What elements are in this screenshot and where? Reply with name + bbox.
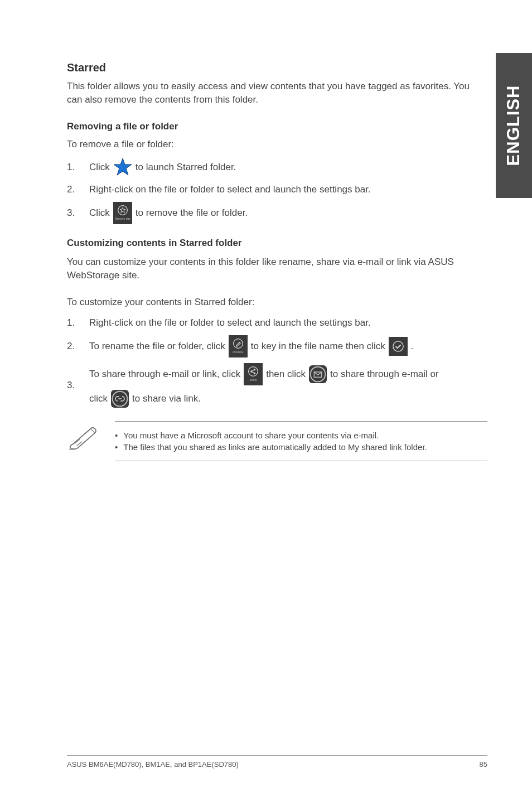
step-text: to remove the file or folder. xyxy=(136,206,248,220)
page-footer: ASUS BM6AE(MD780), BM1AE, and BP1AE(SD78… xyxy=(67,755,487,769)
list-item: 1. Click to launch Starred folder. xyxy=(67,158,487,177)
customize-heading: Customizing contents in Starred folder xyxy=(67,238,487,249)
footer-model: ASUS BM6AE(MD780), BM1AE, and BP1AE(SD78… xyxy=(67,760,239,769)
step-text: Right-click on the file or folder to sel… xyxy=(89,316,371,330)
step-number: 1. xyxy=(67,160,89,175)
list-item: 3. Click Remove star to remove the file … xyxy=(67,202,487,224)
note-item: The files that you shared as links are a… xyxy=(115,442,487,452)
rename-icon: Rename xyxy=(229,335,248,357)
language-tab: ENGLISH xyxy=(496,53,532,198)
step-text: Click xyxy=(89,206,110,220)
email-icon xyxy=(309,365,327,383)
svg-point-9 xyxy=(311,367,326,382)
removing-steps: 1. Click to launch Starred folder. 2. Ri… xyxy=(67,158,487,225)
section-heading: Starred xyxy=(67,61,487,74)
section-intro: This folder allows you to easily access … xyxy=(67,80,487,107)
note-item: You must have a Microsoft account to sha… xyxy=(115,431,487,440)
step-number: 2. xyxy=(67,182,89,197)
step-text: to share via link. xyxy=(132,392,201,406)
list-item: 1. Right-click on the file or folder to … xyxy=(67,316,487,330)
step-text: then click xyxy=(266,367,306,381)
list-item: 2. To rename the file or folder, click R… xyxy=(67,335,487,357)
svg-point-4 xyxy=(393,341,403,351)
svg-marker-2 xyxy=(120,207,125,212)
step-text: Right-click on the file or folder to sel… xyxy=(89,182,371,197)
remove-star-icon: Remove star xyxy=(113,202,132,224)
share-icon: Share xyxy=(244,363,263,385)
step-number: 3. xyxy=(67,206,89,220)
step-text: to key in the file name then click xyxy=(251,339,385,354)
step-text: to share through e-mail or xyxy=(330,367,439,381)
removing-lead: To remove a file or folder: xyxy=(67,139,487,150)
language-tab-label: ENGLISH xyxy=(504,85,524,166)
step-number: 2. xyxy=(67,339,89,354)
step-text: To rename the file or folder, click xyxy=(89,339,225,354)
step-text: Click xyxy=(89,160,110,175)
step-text: . xyxy=(411,339,414,354)
step-number: 1. xyxy=(67,316,89,330)
customize-lead: To customize your contents in Starred fo… xyxy=(67,297,487,308)
pen-note-icon xyxy=(67,424,99,451)
note-text: You must have a Microsoft account to sha… xyxy=(123,431,379,440)
step-number: 3. xyxy=(67,378,89,393)
step-text: click xyxy=(89,392,108,406)
customize-steps: 1. Right-click on the file or folder to … xyxy=(67,316,487,408)
footer-page-number: 85 xyxy=(480,760,487,769)
share-label: Share xyxy=(250,378,257,383)
remove-star-label: Remove star xyxy=(115,217,130,221)
star-icon xyxy=(113,158,132,177)
link-icon xyxy=(111,390,129,408)
note-content: You must have a Microsoft account to sha… xyxy=(115,421,487,461)
check-icon xyxy=(389,337,408,356)
step-text: To share through e-mail or link, click xyxy=(89,367,240,381)
step-text: to launch Starred folder. xyxy=(136,160,236,175)
svg-point-5 xyxy=(249,367,258,376)
customize-intro: You can customize your contents in this … xyxy=(67,255,487,282)
note-text: The files that you shared as links are a… xyxy=(123,442,427,452)
svg-marker-0 xyxy=(114,158,132,175)
removing-heading: Removing a file or folder xyxy=(67,121,487,132)
list-item: 2. Right-click on the file or folder to … xyxy=(67,182,487,197)
rename-label: Rename xyxy=(233,350,243,355)
note-box: You must have a Microsoft account to sha… xyxy=(67,421,487,461)
list-item: 3. To share through e-mail or link, clic… xyxy=(67,363,487,408)
